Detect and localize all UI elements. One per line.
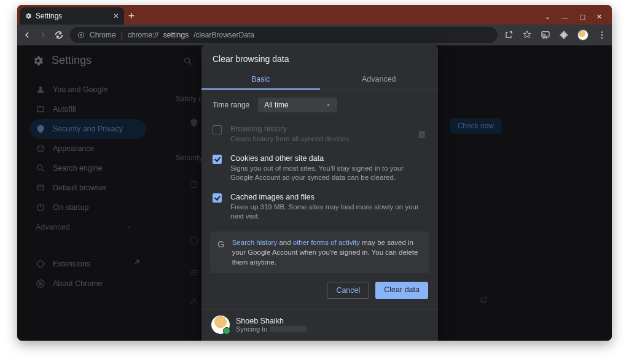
caret-down-icon — [326, 103, 331, 108]
clear-browsing-data-dialog: Clear browsing data Basic Advanced Time … — [201, 45, 438, 341]
content-area: Settings You and Google Autofill Securit… — [17, 45, 612, 341]
dialog-title: Clear browsing data — [201, 45, 438, 70]
signout-note: To clear browsing data from this device … — [201, 340, 438, 341]
back-button[interactable] — [22, 30, 32, 40]
maximize-button[interactable]: ▢ — [579, 13, 585, 21]
gear-icon — [25, 12, 32, 20]
time-range-select[interactable]: All time — [258, 98, 337, 112]
url-prefix: chrome:// — [128, 31, 158, 39]
time-range-row: Time range All time — [201, 90, 438, 120]
google-g-icon: G — [217, 238, 225, 267]
other-activity-link[interactable]: other forms of activity — [293, 239, 360, 246]
checkbox-row-cache: Cached images and files Frees up 319 MB.… — [201, 188, 438, 227]
bookmark-star-icon[interactable] — [522, 30, 532, 40]
tab-settings[interactable]: Settings ✕ — [20, 7, 124, 25]
forward-button[interactable] — [38, 30, 48, 40]
extensions-icon[interactable] — [559, 30, 569, 40]
row-desc: Clears history from all synced devices — [230, 134, 402, 144]
books-icon — [417, 130, 427, 139]
url-rest: /clearBrowserData — [193, 31, 254, 39]
syncing-label: Syncing to — [236, 325, 267, 333]
tab-close-icon[interactable]: ✕ — [113, 12, 119, 20]
share-icon[interactable] — [504, 30, 514, 40]
row-title: Cached images and files — [230, 193, 427, 201]
time-range-value: All time — [264, 101, 288, 109]
tab-strip: Settings ✕ + — [20, 5, 545, 25]
tab-basic[interactable]: Basic — [201, 70, 320, 90]
toolbar: Chrome | chrome://settings/clearBrowserD… — [17, 25, 612, 45]
checkbox-cookies[interactable] — [213, 155, 222, 164]
tab-advanced[interactable]: Advanced — [320, 70, 439, 90]
row-desc: Signs you out of most sites. You'll stay… — [230, 164, 427, 183]
tab-title: Settings — [36, 12, 62, 20]
checkbox-cache[interactable] — [213, 193, 222, 203]
search-history-link[interactable]: Search history — [232, 239, 278, 246]
row-desc: Frees up 319 MB. Some sites may load mor… — [230, 203, 427, 222]
tab-label: Advanced — [362, 75, 396, 83]
url-scheme-label: Chrome — [90, 31, 116, 39]
button-label: Clear data — [384, 285, 420, 294]
dialog-tabs: Basic Advanced — [201, 70, 438, 90]
window-controls: ⌄ — ▢ ✕ — [545, 13, 612, 25]
url-path: settings — [163, 31, 189, 39]
new-tab-button[interactable]: + — [124, 7, 139, 25]
clear-data-button[interactable]: Clear data — [375, 282, 428, 299]
svg-rect-2 — [542, 32, 549, 37]
chevron-down-icon[interactable]: ⌄ — [545, 13, 550, 21]
profile-avatar-button[interactable] — [577, 29, 588, 41]
row-title: Cookies and other site data — [230, 154, 427, 163]
menu-icon[interactable] — [597, 30, 607, 40]
time-range-label: Time range — [213, 101, 249, 109]
checkbox-row-cookies: Cookies and other site data Signs you ou… — [201, 149, 438, 188]
checkbox-browsing-history[interactable] — [213, 125, 222, 134]
chrome-icon — [77, 31, 85, 39]
google-activity-info: G Search history and other forms of acti… — [210, 231, 429, 273]
svg-point-4 — [601, 34, 603, 36]
button-label: Cancel — [336, 286, 360, 295]
browser-window: Settings ✕ + ⌄ — ▢ ✕ Chrome | chrome://s… — [17, 5, 612, 341]
titlebar: Settings ✕ + ⌄ — ▢ ✕ — [17, 5, 612, 25]
avatar — [211, 316, 230, 334]
cancel-button[interactable]: Cancel — [327, 282, 369, 299]
checkbox-row-browsing-history: Browsing history Clears history from all… — [201, 120, 438, 149]
row-title: Browsing history — [230, 125, 402, 133]
dialog-actions: Cancel Clear data — [201, 273, 438, 309]
reload-button[interactable] — [54, 30, 64, 40]
minimize-button[interactable]: — — [561, 14, 568, 21]
address-bar[interactable]: Chrome | chrome://settings/clearBrowserD… — [70, 27, 498, 43]
profile-name: Shoeb Shaikh — [236, 317, 307, 325]
svg-point-1 — [80, 34, 82, 36]
svg-point-3 — [601, 31, 603, 33]
profile-row: Shoeb Shaikh Syncing to — [201, 309, 438, 340]
svg-point-5 — [601, 37, 603, 38]
close-window-button[interactable]: ✕ — [596, 13, 602, 21]
sync-account-redacted — [270, 326, 307, 332]
tab-label: Basic — [251, 75, 270, 83]
info-text: and — [277, 239, 293, 246]
cast-icon[interactable] — [541, 30, 550, 40]
